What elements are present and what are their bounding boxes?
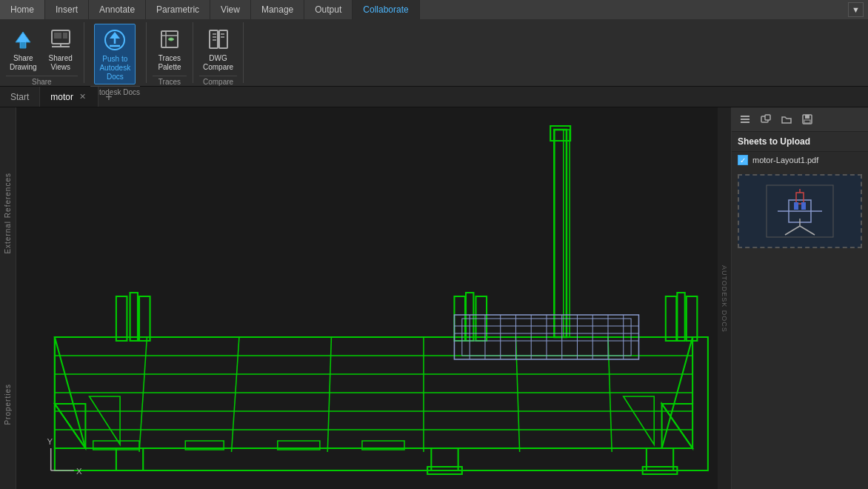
panel-folder-button[interactable] [778,110,795,128]
quick-access-dropdown[interactable]: ▼ [848,2,864,17]
svg-rect-3 [54,33,61,39]
svg-rect-14 [210,30,218,48]
sheet-name: motor-Layout1.pdf [752,156,818,164]
svg-rect-89 [741,116,750,117]
sheet-checkbox[interactable]: ✓ [738,155,748,165]
svg-rect-96 [804,120,810,123]
sidebar-item-properties[interactable]: Properties [2,379,13,430]
autodesk-docs-label: AUTODESK DOCS [721,265,728,333]
tab-insert[interactable]: Insert [45,0,89,19]
right-panel-toolbar [732,107,868,132]
compare-group-label: Compare [199,76,237,87]
new-tab-icon: + [105,90,112,104]
right-panel-title: Sheets to Upload [732,132,868,152]
left-sidebar: External References Properties [0,107,16,489]
ribbon-group-share: ShareDrawing SharedViews [0,22,84,83]
ribbon-group-autodesk-docs: Push toAutodesk Docs Autodesk Docs [84,22,147,83]
share-drawing-button[interactable]: ShareDrawing [6,24,41,74]
push-to-autodesk-docs-button[interactable]: Push toAutodesk Docs [94,24,136,84]
panel-back-button[interactable] [736,110,754,128]
push-to-autodesk-docs-icon [101,27,128,53]
svg-text:X: X [76,467,82,476]
svg-rect-93 [765,115,770,120]
cad-drawing: Y X [16,107,731,489]
new-tab-button[interactable]: + [99,87,119,107]
traces-palette-button[interactable]: TracesPalette [153,24,187,74]
share-drawing-icon [10,26,36,53]
tab-view[interactable]: View [210,0,251,19]
doc-tab-motor-label: motor [50,92,73,102]
autodesk-docs-watermark: AUTODESK DOCS [718,107,731,489]
sidebar-item-external-references[interactable]: External References [2,168,13,259]
share-group-items: ShareDrawing SharedViews [6,22,78,76]
svg-rect-103 [794,202,798,210]
svg-marker-9 [110,32,120,39]
svg-rect-104 [801,202,806,210]
sheet-thumbnail [738,174,862,248]
ribbon-group-compare: DWGCompare Compare [193,22,244,83]
tab-manage[interactable]: Manage [251,0,304,19]
svg-rect-91 [741,122,750,123]
share-drawing-label: ShareDrawing [10,54,37,72]
autodesk-docs-group-items: Push toAutodesk Docs [94,22,136,86]
doc-tab-start[interactable]: Start [0,87,40,107]
quick-access-area: ▼ [844,0,868,19]
compare-group-items: DWGCompare [199,22,237,76]
share-group-label: Share [6,76,78,87]
traces-palette-label: TracesPalette [158,54,181,72]
tab-parametric[interactable]: Parametric [146,0,210,19]
svg-text:Y: Y [47,437,53,446]
ribbon-group-traces: TracesPalette Traces [147,22,193,83]
tab-output[interactable]: Output [304,0,353,19]
svg-rect-15 [219,30,227,48]
ribbon-content: ShareDrawing SharedViews [0,19,868,86]
traces-group-items: TracesPalette [153,22,187,76]
ribbon: Home Insert Annotate Parametric View Man… [0,0,868,87]
svg-rect-1 [21,42,25,48]
panel-save-button[interactable] [798,110,816,128]
doc-tab-motor-close[interactable]: ✕ [78,91,87,102]
svg-rect-4 [63,33,67,39]
svg-rect-95 [805,115,809,119]
tab-collaborate[interactable]: Collaborate [353,0,419,19]
dwg-compare-icon [205,26,232,53]
ribbon-tab-bar: Home Insert Annotate Parametric View Man… [0,0,868,19]
canvas-area[interactable]: Y X AUTODESK DOCS [16,107,731,489]
quick-access-icon: ▼ [852,5,860,14]
sheet-item[interactable]: ✓ motor-Layout1.pdf [732,152,868,168]
dwg-compare-label: DWGCompare [203,54,233,72]
right-panel: Sheets to Upload ✓ motor-Layout1.pdf [731,107,868,489]
shared-views-button[interactable]: SharedViews [44,24,78,74]
main-layout: External References Properties [0,107,868,489]
doc-tab-start-label: Start [10,92,29,102]
tab-annotate[interactable]: Annotate [89,0,146,19]
doc-tab-motor[interactable]: motor ✕ [40,87,99,107]
svg-rect-21 [16,107,731,489]
dwg-compare-button[interactable]: DWGCompare [199,24,237,74]
push-to-autodesk-docs-label: Push toAutodesk Docs [99,55,131,82]
svg-rect-90 [741,119,750,120]
shared-views-icon [47,26,74,53]
tab-home[interactable]: Home [0,0,45,19]
traces-group-label: Traces [153,76,187,87]
shared-views-label: SharedViews [49,54,73,72]
traces-palette-icon [156,26,183,53]
panel-forward-button[interactable] [757,110,775,128]
